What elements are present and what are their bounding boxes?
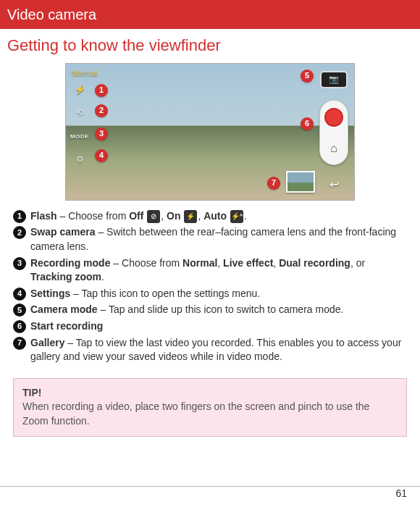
desc-text: Flash – Choose from Off ⊘, On ⚡, Auto ⚡ᴬ… bbox=[30, 209, 407, 224]
desc-bullet: 3 bbox=[13, 257, 26, 270]
callout-3: 3 bbox=[95, 127, 108, 141]
desc-text: Recording mode – Choose from Normal, Liv… bbox=[30, 256, 407, 285]
home-icon[interactable]: ⌂ bbox=[330, 141, 337, 156]
section-subtitle: Getting to know the viewfinder bbox=[0, 29, 420, 62]
footer-divider bbox=[0, 486, 420, 487]
viewfinder-mode-label: Normal bbox=[72, 68, 97, 79]
desc-text: Swap camera – Switch between the rear–fa… bbox=[30, 225, 407, 254]
desc-text: Gallery – Tap to view the last video you… bbox=[30, 336, 407, 364]
back-icon[interactable]: ↩ bbox=[322, 177, 346, 193]
desc-item-settings: 4 Settings – Tap this icon to open the s… bbox=[13, 287, 407, 301]
section-title: Video camera bbox=[7, 7, 96, 22]
desc-bullet: 1 bbox=[13, 210, 26, 223]
desc-item-gallery: 7 Gallery – Tap to view the last video y… bbox=[13, 336, 407, 364]
opt-label: Live effect bbox=[223, 257, 273, 269]
section-header: Video camera bbox=[0, 0, 420, 29]
mode-icon[interactable]: MODE bbox=[70, 127, 89, 146]
desc-bullet: 6 bbox=[13, 320, 26, 333]
callout-7: 7 bbox=[267, 177, 280, 190]
desc-plain: . bbox=[101, 271, 104, 282]
desc-item-start-recording: 6 Start recording bbox=[13, 319, 407, 334]
viewfinder-left-controls: ⚡ ⟲ MODE ⚙ bbox=[70, 81, 89, 169]
desc-item-camera-mode: 5 Camera mode – Tap and slide up this ic… bbox=[13, 303, 407, 317]
callout-2: 2 bbox=[95, 104, 108, 117]
desc-plain: – Tap and slide up this icon to switch t… bbox=[98, 303, 344, 315]
flash-auto-icon: ⚡ᴬ bbox=[230, 210, 243, 223]
callout-5: 5 bbox=[301, 70, 314, 83]
viewfinder-preview: Normal ⚡ ⟲ MODE ⚙ 📷 ⌂ ↩ 1 2 3 4 5 6 7 bbox=[65, 63, 355, 201]
desc-plain: – Tap this icon to open the settings men… bbox=[70, 288, 260, 299]
opt-label: Auto bbox=[203, 210, 227, 222]
desc-label: Recording mode bbox=[30, 257, 110, 269]
desc-text: Settings – Tap this icon to open the set… bbox=[30, 287, 407, 301]
swap-camera-icon[interactable]: ⟲ bbox=[70, 104, 89, 123]
desc-plain: – Choose from bbox=[57, 210, 130, 222]
desc-text: Camera mode – Tap and slide up this icon… bbox=[30, 303, 407, 317]
viewfinder-right-controls: 📷 ⌂ ↩ bbox=[318, 71, 350, 193]
desc-plain: . bbox=[244, 210, 247, 222]
opt-label: Normal bbox=[182, 257, 217, 269]
tip-body: When recording a video, place two finger… bbox=[22, 400, 398, 428]
desc-item-flash: 1 Flash – Choose from Off ⊘, On ⚡, Auto … bbox=[13, 209, 407, 224]
opt-label: Dual recording bbox=[279, 257, 350, 269]
callout-6: 6 bbox=[301, 117, 314, 130]
flash-icon[interactable]: ⚡ bbox=[70, 81, 89, 100]
desc-label: Flash bbox=[30, 210, 57, 222]
camera-mode-switch[interactable]: 📷 bbox=[320, 71, 348, 88]
desc-label: Settings bbox=[30, 288, 70, 299]
desc-text: Start recording bbox=[30, 319, 407, 334]
tip-box: TIP! When recording a video, place two f… bbox=[13, 378, 407, 437]
flash-on-icon: ⚡ bbox=[184, 210, 197, 223]
desc-bullet: 4 bbox=[13, 288, 26, 301]
desc-label: Start recording bbox=[30, 320, 103, 332]
callout-4: 4 bbox=[95, 149, 108, 162]
record-control: ⌂ bbox=[319, 100, 348, 165]
desc-plain: – Tap to view the last video you recorde… bbox=[30, 337, 401, 363]
desc-label: Swap camera bbox=[30, 226, 96, 238]
desc-bullet: 5 bbox=[13, 303, 26, 317]
gallery-thumbnail[interactable] bbox=[286, 171, 315, 193]
tip-heading: TIP! bbox=[22, 386, 398, 401]
desc-label: Camera mode bbox=[30, 303, 98, 315]
viewfinder-wrap: Normal ⚡ ⟲ MODE ⚙ 📷 ⌂ ↩ 1 2 3 4 5 6 7 bbox=[0, 62, 420, 206]
desc-bullet: 7 bbox=[13, 337, 26, 350]
callout-1: 1 bbox=[95, 84, 108, 97]
desc-bullet: 2 bbox=[13, 226, 26, 239]
desc-item-recording-mode: 3 Recording mode – Choose from Normal, L… bbox=[13, 256, 407, 285]
desc-label: Gallery bbox=[30, 337, 64, 348]
flash-off-icon: ⊘ bbox=[147, 210, 160, 223]
desc-item-swap-camera: 2 Swap camera – Switch between the rear–… bbox=[13, 225, 407, 254]
desc-plain: – Choose from bbox=[110, 257, 182, 269]
record-button[interactable] bbox=[324, 108, 343, 127]
opt-label: Tracking zoom bbox=[30, 271, 101, 282]
callout-descriptions: 1 Flash – Choose from Off ⊘, On ⚡, Auto … bbox=[0, 206, 420, 372]
page-number: 61 bbox=[395, 487, 407, 501]
settings-icon[interactable]: ⚙ bbox=[70, 151, 89, 169]
opt-label: On bbox=[167, 210, 180, 222]
opt-label: Off bbox=[129, 210, 143, 222]
